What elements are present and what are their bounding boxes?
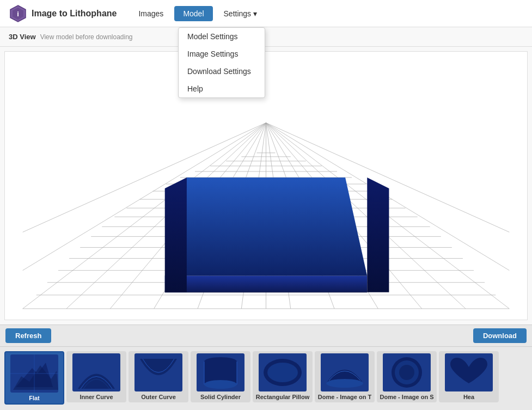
nav-settings[interactable]: Settings ▾ — [215, 6, 266, 21]
thumb-flat-image — [10, 354, 58, 393]
menu-item-image-settings[interactable]: Image Settings — [179, 45, 265, 63]
model-top-face — [165, 178, 368, 276]
logo-area: i Image to Lithophane — [9, 4, 117, 23]
menu-item-model-settings[interactable]: Model Settings — [179, 28, 265, 45]
viewport[interactable] — [4, 51, 528, 320]
thumb-inner-curve-label: Inner Curve — [80, 394, 113, 400]
thumb-inner-curve-image — [72, 353, 120, 391]
thumb-flat[interactable]: Flat — [4, 351, 64, 405]
thumbnail-strip-wrapper: Flat Inner Curve — [0, 346, 532, 410]
nav-images[interactable]: Images — [130, 6, 172, 21]
thumb-rectangular-pillow-label: Rectangular Pillow — [256, 394, 309, 400]
thumb-dome-side-label: Dome - Image on S — [380, 394, 433, 400]
model-left-face — [165, 178, 187, 292]
menu-item-download-settings[interactable]: Download Settings — [179, 63, 265, 80]
refresh-button[interactable]: Refresh — [5, 328, 51, 343]
settings-dropdown: Model Settings Image Settings Download S… — [178, 27, 265, 98]
view-title: 3D View — [9, 33, 36, 41]
model-right-face — [367, 178, 389, 292]
download-button[interactable]: Download — [473, 328, 527, 343]
thumb-dome-top-image — [321, 353, 369, 391]
scene-svg — [5, 52, 527, 320]
thumb-heart[interactable]: Hea — [439, 351, 499, 402]
bottom-toolbar: Refresh Download — [0, 325, 532, 346]
svg-point-61 — [399, 365, 414, 380]
thumb-solid-cylinder[interactable]: Solid Cylinder — [191, 351, 250, 402]
app-logo-icon: i — [9, 4, 27, 23]
main-area — [0, 47, 532, 325]
thumb-outer-curve-label: Outer Curve — [141, 394, 176, 400]
svg-text:i: i — [17, 10, 19, 18]
thumb-heart-image — [445, 353, 493, 391]
view-subtitle: View model before downloading — [40, 33, 133, 41]
thumb-flat-label: Flat — [29, 395, 40, 401]
thumb-solid-cylinder-image — [197, 353, 244, 391]
app-title: Image to Lithophane — [32, 9, 117, 19]
thumb-dome-side-image — [383, 353, 431, 391]
model-front-face — [165, 276, 368, 292]
thumbnail-strip[interactable]: Flat Inner Curve — [0, 347, 532, 410]
menu-item-help[interactable]: Help — [179, 80, 265, 97]
thumb-outer-curve-image — [134, 353, 182, 391]
subheader: 3D View View model before downloading — [0, 27, 532, 47]
nav-model[interactable]: Model — [174, 6, 212, 21]
thumb-solid-cylinder-label: Solid Cylinder — [200, 394, 241, 400]
svg-point-50 — [204, 380, 237, 389]
thumb-rectangular-pillow[interactable]: Rectangular Pillow — [253, 351, 313, 402]
thumb-dome-side[interactable]: Dome - Image on S — [377, 351, 437, 402]
svg-point-55 — [267, 363, 298, 382]
thumb-heart-label: Hea — [463, 394, 474, 400]
thumb-outer-curve[interactable]: Outer Curve — [129, 351, 188, 402]
header: i Image to Lithophane Images Model Setti… — [0, 0, 532, 27]
svg-point-57 — [326, 379, 363, 388]
thumb-dome-top-label: Dome - Image on T — [318, 394, 371, 400]
thumb-rectangular-pillow-image — [259, 353, 307, 391]
main-nav: Images Model Settings ▾ — [130, 6, 266, 21]
thumb-dome-top[interactable]: Dome - Image on T — [315, 351, 375, 402]
thumb-inner-curve[interactable]: Inner Curve — [66, 351, 126, 402]
